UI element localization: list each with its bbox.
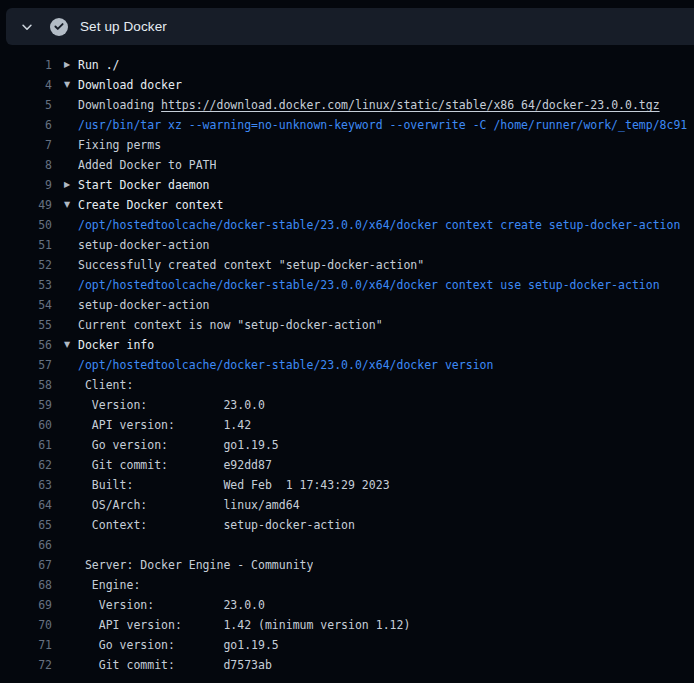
log-line-number[interactable]: 51	[0, 235, 52, 255]
step-header[interactable]: Set up Docker	[6, 8, 694, 45]
log-line-number[interactable]: 70	[0, 615, 52, 635]
log-line-text: OS/Arch: linux/amd64	[78, 495, 300, 515]
text-segment: Server: Docker Engine - Community	[78, 558, 313, 572]
log-line: 68 Engine:	[0, 575, 694, 595]
text-segment: Engine:	[78, 578, 140, 592]
log-line-text: Context: setup-docker-action	[78, 515, 355, 535]
log-line-text: Git commit: d7573ab	[78, 655, 272, 675]
log-line: 8Added Docker to PATH	[0, 155, 694, 175]
group-title: Docker info	[78, 335, 154, 355]
log-line-number[interactable]: 57	[0, 355, 52, 375]
log-group-row[interactable]: 56▼Docker info	[0, 335, 694, 355]
log-line-number[interactable]: 7	[0, 135, 52, 155]
group-expand-icon[interactable]: ▶	[64, 175, 78, 195]
check-circle-icon	[50, 18, 68, 36]
chevron-down-icon[interactable]	[19, 19, 35, 35]
log-line-text: Version: 23.0.0	[78, 395, 265, 415]
log-line-text: /opt/hostedtoolcache/docker-stable/23.0.…	[78, 355, 493, 375]
log-line-number[interactable]: 59	[0, 395, 52, 415]
log-line: 55Current context is now "setup-docker-a…	[0, 315, 694, 335]
log-line-number[interactable]: 52	[0, 255, 52, 275]
log-line: 52Successfully created context "setup-do…	[0, 255, 694, 275]
log-line-text: /usr/bin/tar xz --warning=no-unknown-key…	[78, 115, 687, 135]
text-segment: Docker info	[78, 338, 154, 352]
log-line: 70 API version: 1.42 (minimum version 1.…	[0, 615, 694, 635]
log-line-number[interactable]: 64	[0, 495, 52, 515]
log-line-text: Current context is now "setup-docker-act…	[78, 315, 383, 335]
log-line-number[interactable]: 67	[0, 555, 52, 575]
log-group-row[interactable]: 49▼Create Docker context	[0, 195, 694, 215]
log-line-number[interactable]: 65	[0, 515, 52, 535]
log-line: 65 Context: setup-docker-action	[0, 515, 694, 535]
log-link[interactable]: https://download.docker.com/linux/static…	[161, 98, 660, 112]
text-segment: Current context is now "setup-docker-act…	[78, 318, 383, 332]
group-title: Create Docker context	[78, 195, 223, 215]
text-segment: OS/Arch: linux/amd64	[78, 498, 300, 512]
text-segment: Downloading	[78, 98, 161, 112]
text-segment: Start Docker daemon	[78, 178, 210, 192]
log-line-text: Added Docker to PATH	[78, 155, 216, 175]
log-line-text: Server: Docker Engine - Community	[78, 555, 313, 575]
log-line-number[interactable]: 54	[0, 295, 52, 315]
log-group-row[interactable]: 9▶Start Docker daemon	[0, 175, 694, 195]
command-text: /usr/bin/tar xz --warning=no-unknown-key…	[78, 118, 687, 132]
log-line-text: Git commit: e92dd87	[78, 455, 272, 475]
log-line-number[interactable]: 5	[0, 95, 52, 115]
log-group-row[interactable]: 1▶Run ./	[0, 55, 694, 75]
log-line-number[interactable]: 72	[0, 655, 52, 675]
group-collapse-icon[interactable]: ▼	[64, 335, 78, 355]
log-line-number[interactable]: 1	[0, 55, 52, 75]
group-collapse-icon[interactable]: ▼	[64, 75, 78, 95]
text-segment: Git commit: d7573ab	[78, 658, 272, 672]
log-line-number[interactable]: 6	[0, 115, 52, 135]
log-line-number[interactable]: 9	[0, 175, 52, 195]
group-collapse-icon[interactable]: ▼	[64, 195, 78, 215]
log-line: 69 Version: 23.0.0	[0, 595, 694, 615]
log-line: 60 API version: 1.42	[0, 415, 694, 435]
log-line: 59 Version: 23.0.0	[0, 395, 694, 415]
log-line-number[interactable]: 55	[0, 315, 52, 335]
text-segment: Version: 23.0.0	[78, 598, 265, 612]
log-line-number[interactable]: 69	[0, 595, 52, 615]
log-line-text: Built: Wed Feb 1 17:43:29 2023	[78, 475, 390, 495]
text-segment: API version: 1.42	[78, 418, 251, 432]
log-line-number[interactable]: 66	[0, 535, 52, 555]
log-group-row[interactable]: 4▼Download docker	[0, 75, 694, 95]
text-segment: Download docker	[78, 78, 182, 92]
log-line: 62 Git commit: e92dd87	[0, 455, 694, 475]
log-line-number[interactable]: 63	[0, 475, 52, 495]
log-line-text: setup-docker-action	[78, 235, 210, 255]
log-line-number[interactable]: 62	[0, 455, 52, 475]
log-line-number[interactable]: 71	[0, 635, 52, 655]
log-line-number[interactable]: 56	[0, 335, 52, 355]
log-line-number[interactable]: 61	[0, 435, 52, 455]
group-expand-icon[interactable]: ▶	[64, 55, 78, 75]
log-line: 5Downloading https://download.docker.com…	[0, 95, 694, 115]
log-line: 63 Built: Wed Feb 1 17:43:29 2023	[0, 475, 694, 495]
log-line-number[interactable]: 50	[0, 215, 52, 235]
text-segment: Go version: go1.19.5	[78, 438, 279, 452]
log-line-number[interactable]: 68	[0, 575, 52, 595]
log-line-number[interactable]: 60	[0, 415, 52, 435]
text-segment: setup-docker-action	[78, 238, 210, 252]
log-line-text: setup-docker-action	[78, 295, 210, 315]
log-line: 58 Client:	[0, 375, 694, 395]
log-line: 53/opt/hostedtoolcache/docker-stable/23.…	[0, 275, 694, 295]
log-line-text: API version: 1.42 (minimum version 1.12)	[78, 615, 410, 635]
log-line: 54setup-docker-action	[0, 295, 694, 315]
group-title: Run ./	[78, 55, 120, 75]
log-line-number[interactable]: 58	[0, 375, 52, 395]
log-line: 50/opt/hostedtoolcache/docker-stable/23.…	[0, 215, 694, 235]
log-line-text: API version: 1.42	[78, 415, 251, 435]
log-line: 51setup-docker-action	[0, 235, 694, 255]
log-line-number[interactable]: 49	[0, 195, 52, 215]
text-segment: Create Docker context	[78, 198, 223, 212]
text-segment: Fixing perms	[78, 138, 161, 152]
log-line-text: /opt/hostedtoolcache/docker-stable/23.0.…	[78, 215, 680, 235]
log-line-number[interactable]: 53	[0, 275, 52, 295]
step-title: Set up Docker	[80, 19, 167, 34]
workflow-log-panel: Set up Docker 1▶Run ./4▼Download docker5…	[0, 8, 694, 675]
log-line-number[interactable]: 4	[0, 75, 52, 95]
log-line: 67 Server: Docker Engine - Community	[0, 555, 694, 575]
log-line-number[interactable]: 8	[0, 155, 52, 175]
